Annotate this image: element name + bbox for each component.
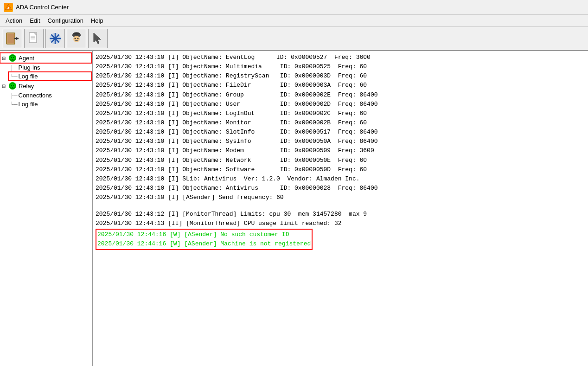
svg-point-22 [77, 38, 79, 39]
svg-point-16 [54, 37, 57, 40]
title-bar: A ADA Control Center [0, 0, 588, 15]
svg-marker-23 [94, 33, 101, 44]
spy-button[interactable] [67, 29, 86, 48]
app-title: ADA Control Center [16, 4, 69, 11]
log-line-11: 2025/01/30 12:43:10 [I] ObjectName: Netw… [96, 156, 585, 165]
log-line-0: 2025/01/30 12:43:10 [I] ObjectName: Even… [96, 53, 585, 62]
log-line-18: 2025/01/30 12:44:13 [II] [MonitorThread]… [96, 219, 585, 228]
log-line-5: 2025/01/30 12:43:10 [I] ObjectName: User… [96, 100, 585, 109]
log-line-13: 2025/01/30 12:43:10 [I] SLib: Antivirus … [96, 174, 585, 184]
main-content: ⊟ Agent ├─ Plug-ins └─ [0, 51, 588, 366]
menu-edit[interactable]: Edit [26, 16, 44, 25]
relay-label: Relay [19, 83, 34, 90]
agent-expander[interactable]: ⊟ [2, 56, 8, 61]
connections-label: Connections [19, 92, 52, 99]
new-document-button[interactable] [24, 29, 44, 48]
agent-children: ├─ Plug-ins └─ Log file [0, 63, 92, 81]
log-line-16 [96, 202, 585, 210]
log-line-3: 2025/01/30 12:43:10 [I] ObjectName: File… [96, 81, 585, 90]
log-line-19: 2025/01/30 12:44:16 [W] [ASender] No suc… [97, 230, 311, 239]
agent-label: Agent [19, 55, 34, 62]
log-panel: 2025/01/30 12:43:10 [I] ObjectName: Even… [93, 51, 588, 366]
menu-help[interactable]: Help [87, 16, 107, 25]
log-line-10: 2025/01/30 12:43:10 [I] ObjectName: Mode… [96, 146, 585, 155]
log-line-1: 2025/01/30 12:43:10 [I] ObjectName: Mult… [96, 62, 585, 71]
agent-logfile-connector: └─ [10, 74, 18, 79]
tree-panel: ⊟ Agent ├─ Plug-ins └─ [0, 51, 93, 366]
svg-point-25 [11, 57, 12, 58]
tree-node-agent[interactable]: ⊟ Agent [0, 53, 92, 63]
tree-node-connections[interactable]: ├─ Connections [8, 91, 92, 100]
log-line-12: 2025/01/30 12:43:10 [I] ObjectName: Soft… [96, 165, 585, 174]
svg-point-29 [13, 85, 14, 86]
svg-point-27 [10, 83, 15, 89]
tree-node-agent-logfile[interactable]: └─ Log file [8, 72, 92, 81]
svg-rect-3 [7, 34, 14, 43]
log-line-2: 2025/01/30 12:43:10 [I] ObjectName: Regi… [96, 71, 585, 81]
log-line-9: 2025/01/30 12:43:10 [I] ObjectName: SysI… [96, 137, 585, 146]
relay-expander[interactable]: ⊟ [2, 83, 8, 89]
log-line-15: 2025/01/30 12:43:10 [I] [ASender] Send f… [96, 193, 585, 202]
menu-configuration[interactable]: Configuration [44, 16, 87, 25]
plugins-label: Plug-ins [19, 64, 40, 71]
svg-point-21 [75, 38, 76, 39]
warning-highlight-box: 2025/01/30 12:44:16 [W] [ASender] No suc… [96, 229, 313, 250]
log-line-20: 2025/01/30 12:44:16 [W] [ASender] Machin… [97, 239, 311, 249]
svg-text:A: A [7, 6, 9, 10]
log-line-14: 2025/01/30 12:43:10 [I] ObjectName: Anti… [96, 184, 585, 193]
log-line-4: 2025/01/30 12:43:10 [I] ObjectName: Grou… [96, 90, 585, 100]
open-button[interactable] [45, 29, 65, 48]
svg-point-26 [13, 57, 14, 58]
svg-point-20 [73, 36, 80, 42]
svg-point-28 [11, 85, 12, 86]
svg-point-24 [10, 55, 15, 61]
relay-logfile-connector: └─ [10, 102, 18, 107]
log-line-7: 2025/01/30 12:43:10 [I] ObjectName: Moni… [96, 118, 585, 128]
svg-point-19 [73, 32, 80, 35]
tree-node-relay[interactable]: ⊟ Relay [0, 81, 92, 91]
agent-icon [8, 54, 17, 62]
agent-logfile-label: Log file [19, 73, 38, 80]
plugins-connector: ├─ [10, 65, 18, 71]
app-icon: A [4, 3, 13, 12]
relay-children: ├─ Connections └─ Log file [0, 91, 92, 109]
tree-node-plugins[interactable]: ├─ Plug-ins [8, 63, 92, 72]
tool-button[interactable] [88, 29, 108, 48]
connections-connector: ├─ [10, 93, 18, 98]
log-line-17: 2025/01/30 12:43:12 [I] [MonitorThread] … [96, 210, 585, 219]
exit-button[interactable] [3, 29, 22, 48]
log-line-8: 2025/01/30 12:43:10 [I] ObjectName: Slot… [96, 128, 585, 137]
log-line-6: 2025/01/30 12:43:10 [I] ObjectName: LogI… [96, 109, 585, 118]
relay-icon [8, 82, 17, 90]
toolbar [0, 27, 588, 51]
menu-bar: Action Edit Configuration Help [0, 15, 588, 27]
menu-action[interactable]: Action [2, 16, 26, 25]
relay-logfile-label: Log file [19, 101, 38, 108]
tree-node-relay-logfile[interactable]: └─ Log file [8, 100, 92, 109]
